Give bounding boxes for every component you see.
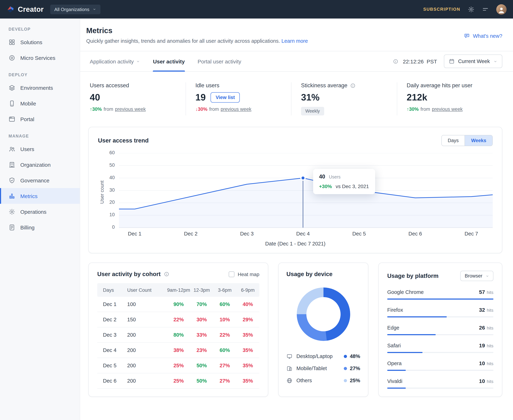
navbar-right: SUBSCRIPTION — [423, 4, 507, 15]
weekly-badge: Weekly — [301, 107, 324, 115]
stat-label-row: Stickiness average — [301, 82, 397, 89]
platform-title: Usage by platform — [387, 272, 438, 279]
current-time: 22:12:26 PST — [403, 58, 437, 64]
brand-name[interactable]: Creator — [18, 5, 44, 13]
sidebar-item-governance[interactable]: Governance — [0, 172, 80, 188]
view-list-button[interactable]: View list — [211, 92, 240, 103]
cohort-user-count: 100 — [127, 301, 167, 307]
stickiness-info-icon[interactable] — [350, 83, 355, 88]
user-avatar[interactable] — [496, 4, 507, 15]
subscription-link[interactable]: SUBSCRIPTION — [423, 7, 460, 12]
stat-daily-average-hits: Daily average hits per user 212k ↑30% fr… — [397, 82, 502, 115]
device-value: 27% — [350, 366, 360, 371]
toggle-days[interactable]: Days — [442, 135, 465, 146]
sidebar-item-label: Organization — [20, 162, 51, 168]
portal-icon — [8, 116, 15, 122]
range-label: Current Week — [458, 58, 490, 64]
platform-row-safari: Safari19hits — [387, 342, 493, 353]
cohort-day: Dec 2 — [97, 317, 127, 322]
tab-user-activity[interactable]: User activity — [153, 51, 185, 71]
date-range-selector[interactable]: Current Week — [444, 54, 502, 68]
sidebar-item-operations[interactable]: Operations — [0, 204, 80, 219]
cohort-cell: 40% — [236, 301, 260, 307]
x-tick-label: Dec 7 — [465, 231, 478, 237]
org-selector[interactable]: All Organizations — [50, 4, 100, 14]
whats-new-link[interactable]: What's new? — [464, 33, 502, 39]
cohort-cell: 35% — [236, 363, 260, 368]
time-info-icon[interactable] — [393, 59, 398, 64]
menu-icon[interactable] — [482, 6, 489, 13]
platform-bar-track — [387, 370, 493, 371]
cohort-title: User activity by cohort — [97, 271, 161, 278]
stat-value: 212k — [407, 92, 502, 103]
cohort-user-count: 150 — [127, 317, 167, 322]
device-value-group: 27% — [344, 366, 360, 371]
platform-hits-value: 57 — [479, 289, 485, 295]
platform-hits-unit: hits — [487, 290, 493, 295]
column-header-6-9pm: 6-9pm — [236, 287, 260, 293]
device-title: Usage by device — [287, 271, 360, 278]
sidebar-item-organization[interactable]: Organization — [0, 157, 80, 172]
sidebar-item-solutions[interactable]: Solutions — [0, 34, 80, 50]
toggle-weeks[interactable]: Weeks — [465, 135, 492, 146]
sidebar-item-label: Governance — [20, 177, 49, 183]
previous-week-link[interactable]: previous week — [115, 106, 146, 112]
up-arrow-icon: ↑ — [90, 106, 92, 112]
whats-new-label: What's new? — [473, 33, 502, 39]
platform-row-opera: Opera10hits — [387, 360, 493, 371]
line-chart-svg — [119, 153, 493, 228]
user-access-trend-card: User access trend DaysWeeks User count 0… — [88, 127, 502, 253]
platform-row-top: Opera10hits — [387, 360, 493, 367]
cohort-cell: 70% — [190, 301, 213, 307]
sidebar-item-users[interactable]: Users — [0, 141, 80, 157]
previous-week-link[interactable]: previous week — [432, 106, 463, 112]
device-value: 48% — [350, 353, 360, 359]
legend-dot — [344, 367, 347, 370]
device-legend: Desktop/Laptop48%Mobile/Tablet27%Others2… — [287, 350, 360, 387]
platform-value-group: 10hits — [479, 378, 493, 384]
previous-week-link[interactable]: previous week — [221, 106, 251, 112]
tab-portal-user-activity[interactable]: Portal user activity — [197, 51, 241, 71]
down-arrow-icon: ↓ — [196, 106, 198, 112]
sidebar-item-portal[interactable]: Portal — [0, 111, 80, 127]
platform-row-vivaldi: Vivaldi10hits — [387, 378, 493, 389]
sidebar-item-label: Users — [20, 146, 34, 152]
stat-users-accessed: Users accessed 40 ↑30% from previous wee… — [80, 82, 186, 115]
platform-name: Google Chrome — [387, 289, 424, 295]
sidebar-section-label: DEPLOY — [0, 66, 80, 80]
cohort-cell: 35% — [236, 347, 260, 353]
tabs-bar: Application activityUser activityPortal … — [80, 51, 513, 72]
tab-application-activity[interactable]: Application activity — [90, 51, 140, 71]
sidebar-item-micro-services[interactable]: Micro Services — [0, 50, 80, 66]
heat-map-toggle[interactable]: Heat map — [229, 271, 259, 277]
sidebar-item-label: Metrics — [20, 193, 38, 199]
cohort-cell: 30% — [190, 317, 213, 322]
learn-more-link[interactable]: Learn more — [281, 38, 308, 44]
settings-gear-icon[interactable] — [468, 6, 475, 13]
cohort-day: Dec 5 — [97, 363, 127, 368]
sidebar-section-label: DEVELOP — [0, 22, 80, 34]
grid-icon — [8, 39, 15, 45]
cohort-card-header: User activity by cohort Heat map — [89, 271, 268, 278]
heat-map-checkbox[interactable] — [229, 271, 234, 277]
sidebar-section-label: MANAGE — [0, 127, 80, 141]
device-legend-mobile-tablet: Mobile/Tablet27% — [287, 362, 360, 375]
cohort-cell: 25% — [167, 378, 190, 384]
platform-row-top: Firefox32hits — [387, 307, 493, 313]
cohort-cell: 90% — [167, 301, 190, 307]
cohort-info-icon[interactable] — [164, 271, 169, 277]
x-tick-label: Dec 1 — [128, 231, 141, 237]
browser-selector[interactable]: Browser — [460, 271, 493, 281]
platform-value-group: 57hits — [479, 289, 493, 295]
x-tick-label: Dec 6 — [408, 231, 422, 237]
bottom-cards-row: User activity by cohort Heat map DaysUse… — [88, 262, 502, 397]
whats-new-icon — [464, 33, 470, 39]
stat-label: Stickiness average — [301, 82, 347, 89]
change-percent: 30% — [198, 106, 208, 112]
sidebar-item-billing[interactable]: Billing — [0, 219, 80, 235]
cohort-cell: 35% — [236, 332, 260, 338]
sidebar-item-environments[interactable]: Environments — [0, 80, 80, 96]
cohort-table: DaysUser Count9am-12pm12-3pm3-6pm6-9pmDe… — [97, 283, 259, 389]
sidebar-item-mobile[interactable]: Mobile — [0, 96, 80, 111]
sidebar-item-metrics[interactable]: Metrics — [0, 188, 80, 204]
